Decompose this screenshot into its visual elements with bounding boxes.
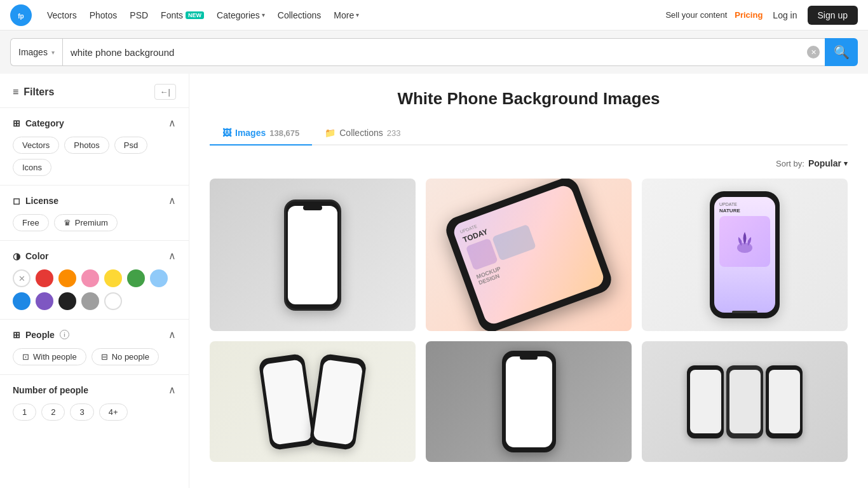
image-card[interactable]: UPDATE NATURE [642,179,848,331]
people-chips: ⊡ With people ⊟ No people [13,348,176,365]
signup-button[interactable]: Sign up [808,6,858,25]
images-tab-icon: 🖼 [222,128,231,138]
logo[interactable]: fp [10,4,32,26]
main-layout: ≡ Filters ←| ⊞ Category ∧ Vectors Photos… [0,74,868,488]
category-chip-psd[interactable]: Psd [114,137,147,154]
license-chip-premium[interactable]: ♛ Premium [54,214,118,231]
results-tabs: 🖼 Images 138,675 📁 Collections 233 [210,121,848,146]
people-chip-no[interactable]: ⊟ No people [92,348,159,365]
sidebar-collapse-button[interactable]: ←| [154,84,176,100]
color-swatch-pink[interactable] [81,269,99,287]
people-info-icon[interactable]: i [60,330,69,339]
logo-icon: fp [10,4,32,26]
image-card[interactable] [426,341,632,462]
sidebar-header: ≡ Filters ←| [0,74,189,107]
sidebar-category-section: ⊞ Category ∧ Vectors Photos Psd Icons [0,107,189,185]
people-section-title: ⊞ People i [13,330,69,340]
sidebar: ≡ Filters ←| ⊞ Category ∧ Vectors Photos… [0,74,189,488]
sort-row: Sort by: Popular ▾ [210,158,848,168]
color-swatch-white[interactable] [104,292,122,310]
nav-fonts[interactable]: Fonts NEW [156,8,209,23]
color-swatch-gray[interactable] [81,292,99,310]
categories-label: Categories [217,10,260,20]
number-people-chips: 1 2 3 4+ [13,403,176,421]
page-title: White Phone Background Images [210,89,848,109]
with-people-icon: ⊡ [22,352,29,362]
sort-arrow-icon: ▾ [844,159,848,168]
image-card[interactable]: UPDATE TODAY MOCKUPDESIGN [426,179,632,331]
category-chip-photos[interactable]: Photos [64,137,109,154]
license-section-header[interactable]: ◻ License ∧ [13,194,176,207]
card-image-3: UPDATE NATURE [642,179,848,331]
category-chip-icons[interactable]: Icons [13,159,51,176]
color-collapse-icon: ∧ [168,250,176,262]
number-chip-2[interactable]: 2 [41,403,65,421]
color-swatch-orange[interactable] [58,269,76,287]
color-swatch-blue[interactable] [13,292,31,310]
sort-select[interactable]: Popular ▾ [808,158,848,168]
nav-photos[interactable]: Photos [85,8,123,23]
content-area: White Phone Background Images 🖼 Images 1… [189,74,868,488]
category-section-header[interactable]: ⊞ Category ∧ [13,117,176,129]
filters-icon: ≡ [13,86,18,98]
image-card[interactable] [210,341,416,462]
license-icon: ◻ [13,196,20,206]
color-swatch-black[interactable] [58,292,76,310]
more-arrow-icon: ▾ [356,11,359,18]
crown-icon: ♛ [64,218,71,227]
category-section-title: ⊞ Category [13,118,64,128]
search-submit-button[interactable]: 🔍 [825,38,858,66]
pricing-link[interactable]: Pricing [735,10,763,20]
image-card[interactable] [210,179,416,331]
collections-tab-count: 233 [387,128,401,138]
color-swatch-light-blue[interactable] [150,269,168,287]
nav-vectors[interactable]: Vectors [42,8,82,23]
search-input[interactable] [62,38,825,66]
images-tab-label: Images [235,128,266,138]
color-section-header[interactable]: ◑ Color ∧ [13,250,176,262]
people-chip-with[interactable]: ⊡ With people [13,348,86,365]
license-chips: Free ♛ Premium [13,214,176,231]
nav-more[interactable]: More ▾ [329,8,364,23]
color-swatch-yellow[interactable] [104,269,122,287]
tab-images[interactable]: 🖼 Images 138,675 [210,121,312,146]
card-image-6 [642,341,848,462]
color-swatch-green[interactable] [127,269,145,287]
sidebar-license-section: ◻ License ∧ Free ♛ Premium [0,185,189,240]
color-swatch-none[interactable]: ✕ [13,269,31,287]
searchbar: Images ▾ ✕ 🔍 [0,30,868,74]
people-section-header[interactable]: ⊞ People i ∧ [13,329,176,341]
nav-categories[interactable]: Categories ▾ [212,8,270,23]
color-icon: ◑ [13,251,20,261]
login-button[interactable]: Log in [765,6,804,24]
nav-psd[interactable]: PSD [125,8,153,23]
image-grid: UPDATE TODAY MOCKUPDESIGN [210,179,848,462]
search-type-label: Images [18,47,48,57]
number-chip-1[interactable]: 1 [13,403,36,421]
sidebar-number-people-section: Number of people ∧ 1 2 3 4+ [0,374,189,430]
color-swatch-red[interactable] [36,269,53,287]
topnav: fp Vectors Photos PSD Fonts NEW Categori… [0,0,868,30]
sidebar-people-section: ⊞ People i ∧ ⊡ With people ⊟ No people [0,319,189,374]
category-collapse-icon: ∧ [168,117,176,129]
search-clear-button[interactable]: ✕ [807,46,820,58]
number-chip-4plus[interactable]: 4+ [99,403,128,421]
nav-collections[interactable]: Collections [273,8,326,23]
category-icon: ⊞ [13,118,20,128]
search-type-select[interactable]: Images ▾ [10,38,62,66]
sort-label: Sort by: [776,159,804,168]
license-section-title: ◻ License [13,196,58,206]
search-type-arrow-icon: ▾ [51,49,55,56]
collections-tab-icon: 📁 [325,128,336,138]
tab-collections[interactable]: 📁 Collections 233 [312,121,413,146]
image-card[interactable] [642,341,848,462]
number-chip-3[interactable]: 3 [70,403,93,421]
color-swatch-purple[interactable] [36,292,53,310]
number-people-header[interactable]: Number of people ∧ [13,384,176,396]
category-chip-vectors[interactable]: Vectors [13,137,59,154]
sell-content-link[interactable]: Sell your content [665,10,727,20]
fonts-label: Fonts [161,10,183,20]
license-chip-free[interactable]: Free [13,214,49,231]
sidebar-color-section: ◑ Color ∧ ✕ [0,240,189,319]
no-people-icon: ⊟ [101,352,108,362]
